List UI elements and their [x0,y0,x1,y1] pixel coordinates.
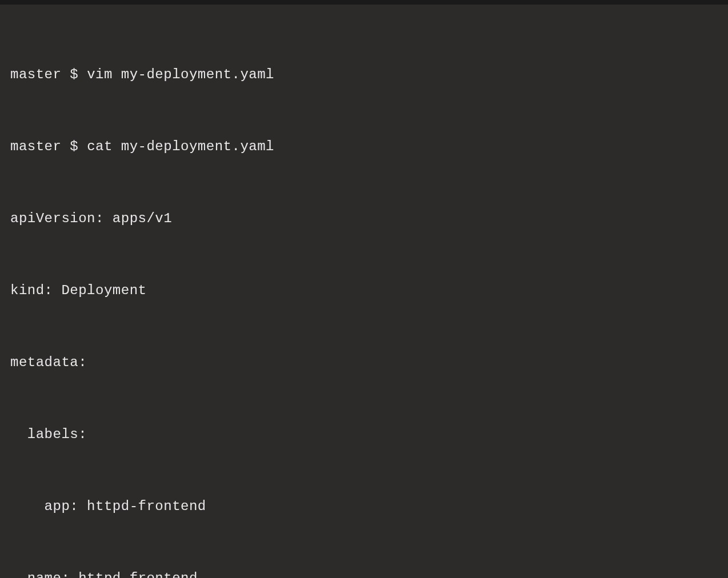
prompt-symbol: $ [70,139,78,154]
command-text: cat my-deployment.yaml [87,139,274,154]
prompt-symbol: $ [70,67,78,82]
output-line: metadata: [10,351,718,375]
history-line: master $ vim my-deployment.yaml [10,63,718,87]
output-line: kind: Deployment [10,279,718,303]
output-line: labels: [10,423,718,447]
prompt-host: master [10,67,61,82]
prompt-host: master [10,139,61,154]
history-line: master $ cat my-deployment.yaml [10,135,718,159]
output-line: apiVersion: apps/v1 [10,207,718,231]
command-text: vim my-deployment.yaml [87,67,274,82]
window-top-bar [0,0,728,5]
output-line: app: httpd-frontend [10,495,718,519]
output-line: name: httpd-frontend [10,567,718,578]
tab-segment [0,7,129,11]
terminal-viewport[interactable]: master $ vim my-deployment.yaml master $… [0,5,728,578]
